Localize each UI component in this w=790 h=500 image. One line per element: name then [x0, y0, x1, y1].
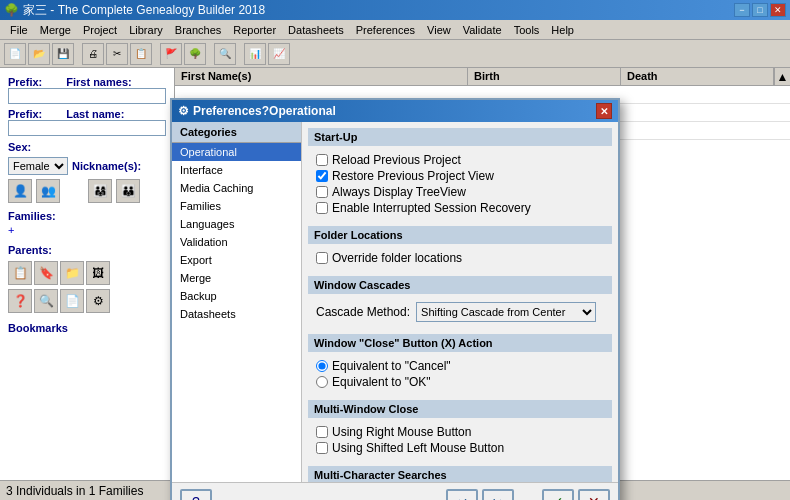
modal-footer: ? ↩ ↪ ✓ ✕ — [172, 482, 618, 500]
category-mediacaching[interactable]: Media Caching — [172, 179, 301, 197]
restore-project-row: Restore Previous Project View — [316, 168, 604, 184]
categories-panel: Categories Operational Interface Media C… — [172, 122, 302, 482]
menu-preferences[interactable]: Preferences — [350, 22, 421, 38]
cascade-method-row: Cascade Method: Shifting Cascade from Ce… — [316, 300, 604, 324]
modal-icon: ⚙ — [178, 104, 189, 118]
category-validation[interactable]: Validation — [172, 233, 301, 251]
cancel-radio-label: Equivalent to "Cancel" — [332, 359, 451, 373]
category-families[interactable]: Families — [172, 197, 301, 215]
close-button-content: Equivalent to "Cancel" Equivalent to "OK… — [308, 356, 612, 392]
override-folder-checkbox[interactable] — [316, 252, 328, 264]
toolbar-tree[interactable]: 🌳 — [184, 43, 206, 65]
toolbar-btn2[interactable]: ✂ — [106, 43, 128, 65]
reload-project-row: Reload Previous Project — [316, 152, 604, 168]
modal-title-bar: ⚙ Preferences?Operational ✕ — [172, 100, 618, 122]
toolbar-misc2[interactable]: 📈 — [268, 43, 290, 65]
restore-project-label: Restore Previous Project View — [332, 169, 494, 183]
category-export[interactable]: Export — [172, 251, 301, 269]
menu-project[interactable]: Project — [77, 22, 123, 38]
folder-content: Override folder locations — [308, 248, 612, 268]
toolbar-btn3[interactable]: 📋 — [130, 43, 152, 65]
menu-help[interactable]: Help — [545, 22, 580, 38]
startup-content: Reload Previous Project Restore Previous… — [308, 150, 612, 218]
maximize-button[interactable]: □ — [752, 3, 768, 17]
always-treeview-row: Always Display TreeView — [316, 184, 604, 200]
title-bar-left: 🌳 家三 - The Complete Genealogy Builder 20… — [4, 2, 265, 19]
right-mouse-checkbox[interactable] — [316, 426, 328, 438]
startup-section: Start-Up Reload Previous Project Restore… — [308, 128, 612, 218]
multi-char-header: Multi-Character Searches — [308, 466, 612, 482]
menu-library[interactable]: Library — [123, 22, 169, 38]
cascade-select[interactable]: Shifting Cascade from Center Standard Ca… — [416, 302, 596, 322]
category-operational[interactable]: Operational — [172, 143, 301, 161]
menu-view[interactable]: View — [421, 22, 457, 38]
minimize-button[interactable]: − — [734, 3, 750, 17]
toolbar-flag[interactable]: 🚩 — [160, 43, 182, 65]
ok-button[interactable]: ✓ — [542, 489, 574, 501]
always-treeview-checkbox[interactable] — [316, 186, 328, 198]
ok-radio-label: Equivalent to "OK" — [332, 375, 431, 389]
menu-merge[interactable]: Merge — [34, 22, 77, 38]
category-interface[interactable]: Interface — [172, 161, 301, 179]
menu-datasheets[interactable]: Datasheets — [282, 22, 350, 38]
reload-project-checkbox[interactable] — [316, 154, 328, 166]
right-mouse-label: Using Right Mouse Button — [332, 425, 471, 439]
title-bar: 🌳 家三 - The Complete Genealogy Builder 20… — [0, 0, 790, 20]
preferences-modal: ⚙ Preferences?Operational ✕ Categories O… — [170, 98, 620, 500]
footer-right: ↩ ↪ ✓ ✕ — [446, 489, 610, 501]
cascade-header: Window Cascades — [308, 276, 612, 294]
menu-branches[interactable]: Branches — [169, 22, 227, 38]
title-bar-controls: − □ ✕ — [734, 3, 786, 17]
menu-bar: File Merge Project Library Branches Repo… — [0, 20, 790, 40]
right-mouse-row: Using Right Mouse Button — [316, 424, 604, 440]
cascade-label: Cascade Method: — [316, 305, 410, 319]
close-button-section: Window "Close" Button (X) Action Equival… — [308, 334, 612, 392]
category-languages[interactable]: Languages — [172, 215, 301, 233]
menu-file[interactable]: File — [4, 22, 34, 38]
shift-left-row: Using Shifted Left Mouse Button — [316, 440, 604, 456]
status-text: 3 Individuals in 1 Families — [6, 484, 143, 498]
next-button[interactable]: ↪ — [482, 489, 514, 501]
cancel-radio[interactable] — [316, 360, 328, 372]
category-merge[interactable]: Merge — [172, 269, 301, 287]
modal-overlay: ⚙ Preferences?Operational ✕ Categories O… — [0, 68, 790, 480]
menu-tools[interactable]: Tools — [508, 22, 546, 38]
toolbar-search[interactable]: 🔍 — [214, 43, 236, 65]
toolbar-open[interactable]: 📂 — [28, 43, 50, 65]
settings-panel: Start-Up Reload Previous Project Restore… — [302, 122, 618, 482]
folder-header: Folder Locations — [308, 226, 612, 244]
ok-radio-row: Equivalent to "OK" — [316, 374, 604, 390]
folder-section: Folder Locations Override folder locatio… — [308, 226, 612, 268]
toolbar-btn1[interactable]: 🖨 — [82, 43, 104, 65]
override-folder-row: Override folder locations — [316, 250, 604, 266]
toolbar-misc1[interactable]: 📊 — [244, 43, 266, 65]
toolbar-new[interactable]: 📄 — [4, 43, 26, 65]
shift-left-checkbox[interactable] — [316, 442, 328, 454]
app-icon: 🌳 — [4, 3, 19, 17]
category-datasheets[interactable]: Datasheets — [172, 305, 301, 323]
toolbar: 📄 📂 💾 🖨 ✂ 📋 🚩 🌳 🔍 📊 📈 — [0, 40, 790, 68]
toolbar-save[interactable]: 💾 — [52, 43, 74, 65]
main-area: Prefix: First names: Prefix: Last name: … — [0, 68, 790, 480]
close-button[interactable]: ✕ — [770, 3, 786, 17]
menu-validate[interactable]: Validate — [457, 22, 508, 38]
ok-radio[interactable] — [316, 376, 328, 388]
menu-reporter[interactable]: Reporter — [227, 22, 282, 38]
help-button[interactable]: ? — [180, 489, 212, 501]
multi-close-content: Using Right Mouse Button Using Shifted L… — [308, 422, 612, 458]
always-treeview-label: Always Display TreeView — [332, 185, 466, 199]
back-button[interactable]: ↩ — [446, 489, 478, 501]
interrupted-recovery-row: Enable Interrupted Session Recovery — [316, 200, 604, 216]
restore-project-checkbox[interactable] — [316, 170, 328, 182]
modal-cancel-button[interactable]: ✕ — [578, 489, 610, 501]
multi-close-section: Multi-Window Close Using Right Mouse But… — [308, 400, 612, 458]
category-backup[interactable]: Backup — [172, 287, 301, 305]
shift-left-label: Using Shifted Left Mouse Button — [332, 441, 504, 455]
override-folder-label: Override folder locations — [332, 251, 462, 265]
cascade-content: Cascade Method: Shifting Cascade from Ce… — [308, 298, 612, 326]
multi-close-header: Multi-Window Close — [308, 400, 612, 418]
interrupted-recovery-checkbox[interactable] — [316, 202, 328, 214]
modal-close-button[interactable]: ✕ — [596, 103, 612, 119]
multi-char-section: Multi-Character Searches Keystroke Delay… — [308, 466, 612, 482]
modal-title: Preferences?Operational — [193, 104, 336, 118]
